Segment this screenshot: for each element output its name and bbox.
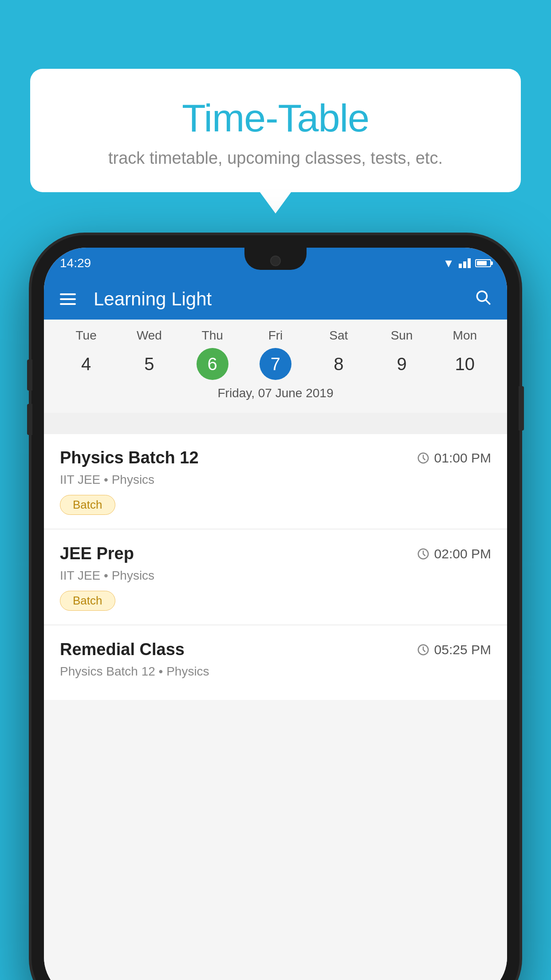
time-text: 02:00 PM	[434, 546, 491, 561]
schedule-item-time: 05:25 PM	[417, 642, 491, 657]
phone-notch	[244, 248, 307, 270]
hamburger-line-2	[60, 298, 76, 300]
day-column-sat[interactable]: Sat8	[323, 328, 354, 380]
schedule-item-title: JEE Prep	[60, 544, 134, 563]
day-number: 8	[323, 348, 354, 380]
volume-up-button	[27, 360, 32, 391]
batch-badge: Batch	[60, 495, 115, 515]
days-row: Tue4Wed5Thu6Fri7Sat8Sun9Mon10	[44, 320, 507, 380]
tooltip-card: Time-Table track timetable, upcoming cla…	[30, 69, 521, 192]
calendar-strip: Tue4Wed5Thu6Fri7Sat8Sun9Mon10 Friday, 07…	[44, 320, 507, 413]
day-column-mon[interactable]: Mon10	[449, 328, 481, 380]
search-button[interactable]	[474, 288, 491, 310]
schedule-item-sub: Physics Batch 12 • Physics	[60, 664, 491, 679]
volume-down-button	[27, 404, 32, 435]
power-button	[519, 386, 524, 431]
day-name: Fri	[268, 328, 283, 343]
schedule-item[interactable]: Physics Batch 1201:00 PMIIT JEE • Physic…	[44, 434, 507, 528]
hamburger-line-3	[60, 303, 76, 305]
day-column-thu[interactable]: Thu6	[197, 328, 228, 380]
day-name: Sun	[391, 328, 413, 343]
clock-icon	[417, 451, 430, 465]
schedule-item-sub: IIT JEE • Physics	[60, 473, 491, 487]
batch-badge: Batch	[60, 591, 115, 611]
schedule-item-header: Remedial Class05:25 PM	[60, 640, 491, 659]
status-time: 14:29	[60, 256, 91, 270]
phone-screen: 14:29 ▼	[44, 248, 507, 980]
day-column-fri[interactable]: Fri7	[260, 328, 291, 380]
battery-fill	[477, 261, 487, 265]
day-name: Tue	[76, 328, 97, 343]
signal-icon	[459, 258, 471, 268]
day-name: Wed	[137, 328, 162, 343]
day-column-sun[interactable]: Sun9	[386, 328, 418, 380]
schedule-item-time: 02:00 PM	[417, 546, 491, 561]
schedule-item-header: Physics Batch 1201:00 PM	[60, 448, 491, 467]
schedule-item-time: 01:00 PM	[417, 450, 491, 466]
hamburger-line-1	[60, 293, 76, 295]
wifi-icon: ▼	[443, 257, 454, 270]
day-column-wed[interactable]: Wed5	[133, 328, 165, 380]
schedule-list: Physics Batch 1201:00 PMIIT JEE • Physic…	[44, 434, 507, 980]
time-text: 05:25 PM	[434, 642, 491, 657]
signal-bar-2	[463, 261, 466, 268]
time-text: 01:00 PM	[434, 450, 491, 466]
selected-date-label: Friday, 07 June 2019	[44, 380, 507, 404]
clock-icon	[417, 643, 430, 656]
day-number: 9	[386, 348, 418, 380]
schedule-item[interactable]: Remedial Class05:25 PMPhysics Batch 12 •…	[44, 626, 507, 700]
schedule-item[interactable]: JEE Prep02:00 PMIIT JEE • PhysicsBatch	[44, 530, 507, 624]
schedule-item-title: Remedial Class	[60, 640, 185, 659]
tooltip-subtitle: track timetable, upcoming classes, tests…	[52, 149, 499, 168]
day-column-tue[interactable]: Tue4	[70, 328, 102, 380]
day-number: 7	[260, 348, 291, 380]
signal-bar-1	[459, 264, 462, 268]
front-camera	[270, 256, 281, 266]
phone-mockup: 14:29 ▼	[31, 235, 520, 980]
day-number: 10	[449, 348, 481, 380]
schedule-item-title: Physics Batch 12	[60, 448, 199, 467]
app-title: Learning Light	[94, 288, 474, 310]
day-name: Thu	[202, 328, 223, 343]
day-name: Sat	[329, 328, 348, 343]
battery-icon	[475, 259, 491, 267]
schedule-item-header: JEE Prep02:00 PM	[60, 544, 491, 563]
signal-bar-3	[468, 258, 471, 268]
app-header: Learning Light	[44, 279, 507, 320]
schedule-item-sub: IIT JEE • Physics	[60, 569, 491, 583]
tooltip-title: Time-Table	[52, 95, 499, 141]
status-icons: ▼	[443, 257, 491, 270]
hamburger-menu-button[interactable]	[60, 293, 76, 305]
clock-icon	[417, 547, 430, 561]
day-name: Mon	[453, 328, 477, 343]
day-number: 4	[70, 348, 102, 380]
day-number: 6	[197, 348, 228, 380]
svg-line-1	[486, 300, 490, 304]
day-number: 5	[133, 348, 165, 380]
